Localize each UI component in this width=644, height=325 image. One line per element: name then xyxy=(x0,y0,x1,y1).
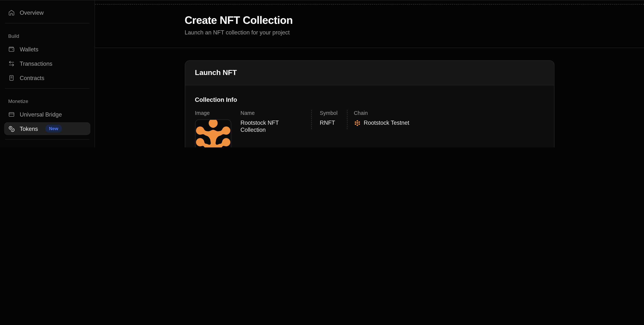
rootstock-chain-icon xyxy=(354,119,360,126)
sidebar-divider xyxy=(5,139,90,139)
name-value: Rootstock NFT Collection xyxy=(240,119,303,133)
card-title: Launch NFT xyxy=(195,68,544,77)
chain-value: Rootstock Testnet xyxy=(364,119,410,126)
sidebar-item-overview[interactable]: Overview xyxy=(4,6,90,19)
page-title: Create NFT Collection xyxy=(185,14,554,26)
sidebar: Overview Build Wallets Transactions Cont… xyxy=(0,0,95,147)
symbol-value: RNFT xyxy=(320,119,338,126)
page-subtitle: Launch an NFT collection for your projec… xyxy=(185,29,554,35)
sidebar-item-label: Universal Bridge xyxy=(20,111,62,117)
sidebar-section-monetize: Monetize xyxy=(8,98,86,104)
sidebar-item-label: Overview xyxy=(20,9,44,16)
nft-collection-image xyxy=(195,119,231,147)
sidebar-item-contracts[interactable]: Contracts xyxy=(4,71,90,84)
chain-label: Chain xyxy=(354,110,410,116)
collection-info-heading: Collection Info xyxy=(195,96,544,103)
credit-card-icon xyxy=(8,111,15,117)
app-root: Overview Build Wallets Transactions Cont… xyxy=(0,0,644,147)
symbol-label: Symbol xyxy=(320,110,338,116)
sidebar-divider xyxy=(5,88,90,89)
sidebar-item-universal-bridge[interactable]: Universal Bridge xyxy=(4,108,90,121)
collection-info-section: Collection Info Image xyxy=(185,85,554,147)
page-header: Create NFT Collection Launch an NFT coll… xyxy=(95,0,644,48)
notebook-icon xyxy=(8,74,15,81)
sidebar-item-tokens[interactable]: Tokens New xyxy=(4,122,90,135)
sidebar-item-transactions[interactable]: Transactions xyxy=(4,57,90,70)
arrows-left-right-icon xyxy=(8,60,15,67)
coins-icon xyxy=(8,125,15,132)
sidebar-item-label: Tokens xyxy=(20,125,38,132)
image-label: Image xyxy=(195,110,231,116)
home-icon xyxy=(8,9,15,16)
main-area: Create NFT Collection Launch an NFT coll… xyxy=(95,0,644,147)
launch-nft-card: Launch NFT Collection Info Image xyxy=(185,60,554,147)
wallet-icon xyxy=(8,46,15,52)
card-header: Launch NFT xyxy=(185,61,554,85)
new-badge: New xyxy=(45,125,62,133)
name-label: Name xyxy=(240,110,303,116)
sidebar-item-label: Contracts xyxy=(20,74,44,81)
top-dotted-divider xyxy=(95,4,644,4)
sidebar-item-label: Transactions xyxy=(20,60,52,67)
sidebar-section-build: Build xyxy=(8,33,86,39)
sidebar-item-wallets[interactable]: Wallets xyxy=(4,43,90,55)
sidebar-divider xyxy=(5,23,90,23)
sidebar-item-label: Wallets xyxy=(20,46,38,52)
